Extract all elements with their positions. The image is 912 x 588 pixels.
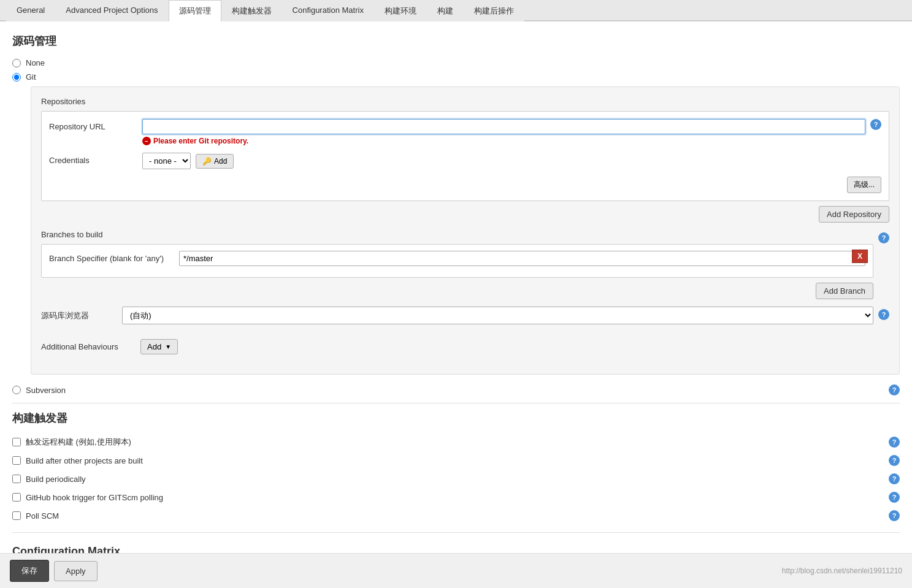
advanced-button-row: 高级... [49,177,881,193]
radio-git-row: Git [12,72,900,82]
tab-build-environment[interactable]: 构建环境 [374,0,427,21]
trigger-periodically-help-icon[interactable]: ? [889,473,900,484]
branch-specifier-label: Branch Specifier (blank for 'any') [49,254,172,263]
trigger-after-other-row: Build after other projects are built ? [12,451,900,470]
trigger-poll-scm-help-icon[interactable]: ? [889,510,900,521]
tab-build[interactable]: 构建 [427,0,464,21]
remove-branch-container: X [852,250,868,263]
advanced-button[interactable]: 高级... [847,177,881,193]
none-label[interactable]: None [26,58,45,67]
build-triggers-title: 构建触发器 [12,411,900,426]
credentials-control: - none - 🔑 Add [142,153,234,169]
radio-none-row: None [12,58,900,67]
radio-subversion[interactable] [12,386,21,394]
save-button[interactable]: 保存 [10,560,49,582]
repository-url-label: Repository URL [49,119,135,131]
trigger-remote-build-checkbox[interactable] [12,438,21,446]
source-browser-help-icon[interactable]: ? [878,309,889,320]
branches-help-icon[interactable]: ? [878,232,889,243]
trigger-after-other-help-icon[interactable]: ? [889,455,900,466]
subversion-help-icon[interactable]: ? [889,384,900,395]
dropdown-arrow-icon: ▼ [165,343,171,350]
git-label[interactable]: Git [26,72,36,82]
radio-subversion-row: Subversion ? [12,384,900,395]
source-browser-select[interactable]: (自动) [122,307,873,324]
branches-outer-row: Branches to build X Branch Specifier (bl… [41,230,889,299]
branch-specifier-input[interactable] [179,251,865,266]
trigger-github-hook-label: GitHub hook trigger for GITScm polling [26,493,163,502]
tab-advanced-project-options[interactable]: Advanced Project Options [55,0,168,21]
tab-post-build[interactable]: 构建后操作 [464,0,524,21]
subversion-label[interactable]: Subversion [26,386,66,395]
page-content: 源码管理 None Git Repositories Repository UR… [0,21,912,588]
repositories-content: Repositories Repository URL − Please ent… [41,97,889,223]
repositories-label: Repositories [41,97,889,106]
trigger-github-hook-row: GitHub hook trigger for GITScm polling ? [12,488,900,506]
tab-general[interactable]: General [6,0,55,21]
error-icon: − [142,137,151,145]
add-repository-button[interactable]: Add Repository [819,206,889,223]
trigger-after-other-label: Build after other projects are built [26,456,143,465]
source-control-title: 源码管理 [12,34,900,48]
add-repository-button-row: Add Repository [41,206,889,223]
trigger-remote-build-help-icon[interactable]: ? [889,437,900,448]
key-icon: 🔑 [202,157,212,166]
credentials-label: Credentials [49,153,135,165]
apply-button[interactable]: Apply [54,561,98,581]
tab-bar: General Advanced Project Options 源码管理 构建… [0,0,912,21]
error-message: − Please enter Git repository. [142,137,865,145]
repository-url-form-row: Repository URL − Please enter Git reposi… [49,119,881,145]
add-branch-button[interactable]: Add Branch [816,283,873,299]
trigger-periodically-checkbox[interactable] [12,475,21,483]
additional-behaviours-row: Additional Behaviours Add ▼ [41,339,889,354]
branches-label: Branches to build [41,230,873,239]
add-branch-button-row: Add Branch [41,283,873,299]
source-browser-outer-row: 源码库浏览器 (自动) ? [41,307,889,324]
bottom-url: http://blog.csdn.net/shenlei19911210 [782,567,902,575]
repository-url-input-wrap: − Please enter Git repository. [142,119,865,145]
remove-branch-button[interactable]: X [852,250,868,263]
repository-inner-box: Repository URL − Please enter Git reposi… [41,111,889,201]
trigger-poll-scm-row: Poll SCM ? [12,506,900,525]
trigger-poll-scm-label: Poll SCM [26,511,59,521]
trigger-poll-scm-checkbox[interactable] [12,511,21,520]
source-browser-label: 源码库浏览器 [41,310,115,321]
radio-git[interactable] [12,73,21,82]
tab-configuration-matrix[interactable]: Configuration Matrix [282,0,374,21]
error-text: Please enter Git repository. [153,137,248,145]
trigger-remote-build-label: 触发远程构建 (例如,使用脚本) [26,437,131,448]
git-config-box: Repositories Repository URL − Please ent… [31,86,900,375]
trigger-github-hook-help-icon[interactable]: ? [889,492,900,503]
tab-source-control[interactable]: 源码管理 [169,0,221,21]
tab-build-triggers[interactable]: 构建触发器 [221,0,282,21]
branch-specifier-row: Branch Specifier (blank for 'any') [49,251,865,266]
trigger-periodically-row: Build periodically ? [12,470,900,488]
bottom-bar: 保存 Apply http://blog.csdn.net/shenlei199… [0,553,912,588]
branches-content: Branches to build X Branch Specifier (bl… [41,230,873,299]
add-behaviours-label: Add [147,342,161,351]
radio-none[interactable] [12,59,21,67]
trigger-periodically-label: Build periodically [26,475,86,484]
source-browser-row-inner: 源码库浏览器 (自动) [41,307,873,324]
credentials-add-button[interactable]: 🔑 Add [196,154,234,169]
repository-url-help-icon[interactable]: ? [870,119,881,130]
trigger-remote-build-row: 触发远程构建 (例如,使用脚本) ? [12,433,900,451]
branches-inner-box: X Branch Specifier (blank for 'any') [41,244,873,278]
repository-url-input[interactable] [142,119,865,134]
trigger-after-other-checkbox[interactable] [12,456,21,465]
trigger-github-hook-checkbox[interactable] [12,493,21,502]
repositories-outer-row: Repositories Repository URL − Please ent… [41,97,889,223]
credentials-form-row: Credentials - none - 🔑 Add [49,153,881,169]
additional-behaviours-label: Additional Behaviours [41,342,133,351]
add-cred-label: Add [214,157,227,166]
add-behaviours-button[interactable]: Add ▼ [140,339,178,354]
credentials-select[interactable]: - none - [142,153,191,169]
